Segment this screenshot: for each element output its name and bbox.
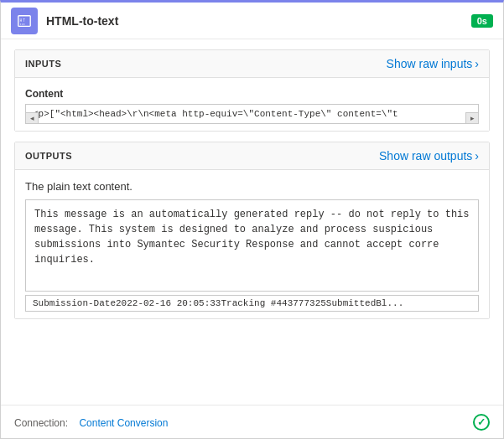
show-raw-outputs-label: Show raw outputs [379, 149, 472, 163]
output-text-content: This message is an automatically generat… [34, 209, 469, 266]
content-field-value: <p>["<html><head>\r\n<meta http-equiv=\"… [25, 104, 479, 124]
main-card: H T txt HTML-to-text 0s INPUTS Show raw … [0, 0, 504, 439]
chevron-right-icon-2: › [475, 149, 479, 163]
chevron-right-icon: › [475, 57, 479, 70]
inputs-section-body: Content <p>["<html><head>\r\n<meta http-… [15, 78, 489, 131]
scroll-left-button[interactable]: ◂ [25, 112, 39, 124]
card-footer: Connection: Content Conversion ✓ [1, 405, 503, 438]
content-field-label: Content [25, 88, 479, 100]
svg-text:T: T [23, 18, 25, 22]
output-footer-text: Submission-Date2022-02-16 20:05:33Tracki… [25, 295, 479, 312]
svg-text:txt: txt [20, 23, 25, 26]
outputs-section: OUTPUTS Show raw outputs › The plain tex… [14, 142, 490, 319]
success-check-icon: ✓ [473, 414, 490, 431]
show-raw-outputs-button[interactable]: Show raw outputs › [379, 149, 479, 163]
inputs-section-header: INPUTS Show raw inputs › [15, 50, 489, 78]
inputs-section: INPUTS Show raw inputs › Content <p>["<h… [14, 49, 490, 132]
connection-info: Connection: Content Conversion [14, 415, 168, 430]
duration-badge: 0s [471, 14, 493, 28]
connection-label: Connection: [14, 417, 68, 429]
page-title: HTML-to-text [46, 14, 471, 28]
header-icon: H T txt [11, 8, 38, 34]
outputs-title: OUTPUTS [25, 151, 72, 161]
html-to-text-icon: H T txt [17, 13, 32, 28]
svg-text:H: H [20, 18, 23, 22]
output-content-box: This message is an automatically generat… [25, 199, 479, 292]
card-header: H T txt HTML-to-text 0s [1, 3, 503, 39]
plain-text-label: The plain text content. [25, 180, 479, 193]
inputs-title: INPUTS [25, 59, 61, 69]
scroll-right-button[interactable]: ▸ [465, 112, 479, 124]
show-raw-inputs-button[interactable]: Show raw inputs › [387, 57, 479, 70]
outputs-section-header: OUTPUTS Show raw outputs › [15, 142, 489, 170]
outputs-section-body: The plain text content. This message is … [15, 170, 489, 318]
content-field-wrapper: <p>["<html><head>\r\n<meta http-equiv=\"… [25, 104, 479, 124]
connection-name-link[interactable]: Content Conversion [79, 417, 168, 429]
show-raw-inputs-label: Show raw inputs [387, 57, 473, 70]
